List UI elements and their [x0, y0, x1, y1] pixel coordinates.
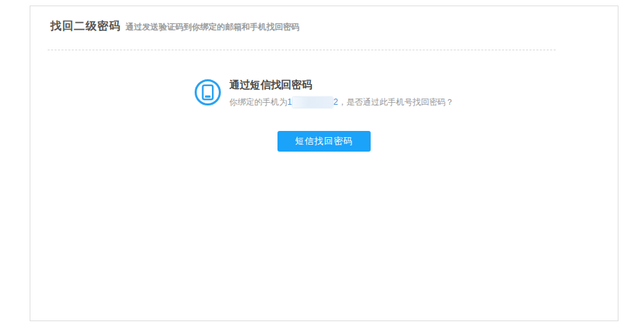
panel-header: 找回二级密码 通过发送验证码到你绑定的邮箱和手机找回密码 — [30, 6, 618, 34]
page-title: 找回二级密码 — [50, 19, 121, 34]
desc-suffix: ，是否通过此手机号找回密码？ — [338, 96, 454, 108]
phone-digit-start: 1 — [287, 96, 292, 108]
phone-digit-end: 2 — [333, 96, 338, 108]
phone-number-redacted — [293, 97, 333, 108]
page-subtitle: 通过发送验证码到你绑定的邮箱和手机找回密码 — [126, 21, 300, 33]
sms-option-title: 通过短信找回密码 — [229, 79, 453, 91]
smartphone-icon — [194, 79, 222, 106]
sms-recovery-option: 通过短信找回密码 你绑定的手机为12，是否通过此手机号找回密码？ — [30, 79, 618, 108]
retrieve-password-panel: 找回二级密码 通过发送验证码到你绑定的邮箱和手机找回密码 通过短信找回密码 你绑… — [30, 6, 618, 321]
sms-option-text: 通过短信找回密码 你绑定的手机为12，是否通过此手机号找回密码？ — [229, 79, 453, 108]
dashed-divider — [48, 50, 556, 50]
sms-option-description: 你绑定的手机为12，是否通过此手机号找回密码？ — [229, 96, 453, 108]
desc-prefix: 你绑定的手机为 — [229, 96, 287, 108]
sms-retrieve-password-button[interactable]: 短信找回密码 — [277, 131, 371, 152]
